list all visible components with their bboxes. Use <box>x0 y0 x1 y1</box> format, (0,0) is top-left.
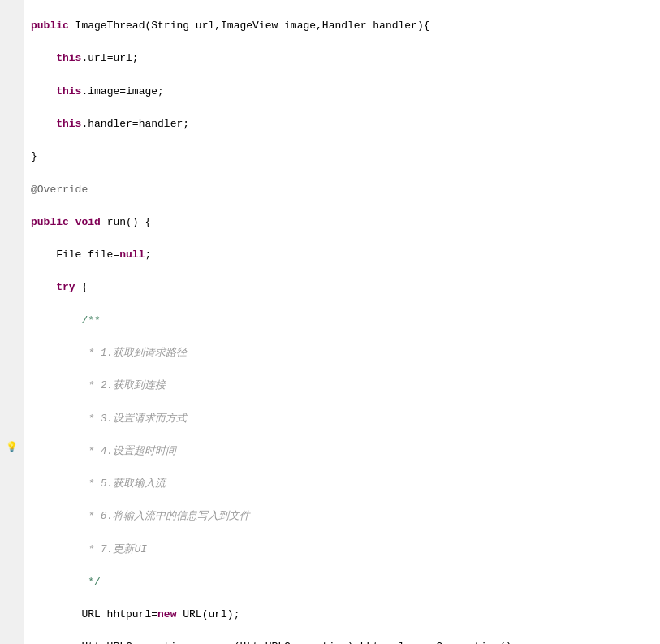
code-line: this.handler=handler; <box>31 116 654 132</box>
code-line: * 3.设置请求而方式 <box>31 411 654 427</box>
lightbulb-icon[interactable]: 💡 <box>6 442 18 453</box>
code-line: * 2.获取到连接 <box>31 378 654 394</box>
code-line: URL hhtpurl=new URL(url); <box>31 607 654 623</box>
editor-gutter: 💡 <box>0 0 24 644</box>
code-line: */ <box>31 574 654 590</box>
code-line: @Override <box>31 182 654 198</box>
code-line: * 5.获取输入流 <box>31 476 654 492</box>
code-line: * 7.更新UI <box>31 542 654 558</box>
code-line: public void run() { <box>31 214 654 231</box>
code-line: /** <box>31 313 654 329</box>
code-line: * 6.将输入流中的信息写入到文件 <box>31 508 654 525</box>
code-line: File file=null; <box>31 247 654 263</box>
code-line: HttpURLConnection conn= (HttpURLConnecti… <box>31 639 654 644</box>
code-line: this.image=image; <box>31 84 654 100</box>
code-line: public ImageThread(String url,ImageView … <box>31 18 654 34</box>
code-line: this.url=url; <box>31 50 654 67</box>
code-line: } <box>31 149 654 165</box>
code-content: public ImageThread(String url,ImageView … <box>24 0 660 644</box>
code-editor: 💡 public ImageThread(String url,ImageVie… <box>0 0 660 644</box>
code-line: * 1.获取到请求路径 <box>31 345 654 361</box>
code-line: try { <box>31 279 654 296</box>
code-line: * 4.设置超时时间 <box>31 443 654 460</box>
